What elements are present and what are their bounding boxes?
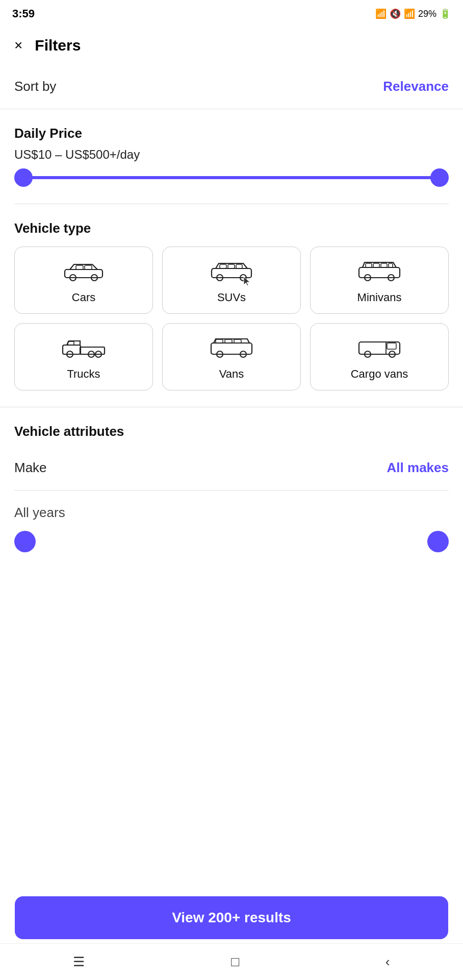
- svg-rect-14: [366, 263, 372, 267]
- battery-icon: 🔋: [440, 8, 451, 19]
- sort-by-label: Sort by: [14, 79, 56, 94]
- svg-rect-10: [236, 264, 242, 268]
- vehicle-type-grid: Cars SUVs: [14, 247, 449, 390]
- cargo-vans-label: Cargo vans: [351, 368, 408, 381]
- status-bar: 3:59 📶 🔇 📶 29% 🔋: [0, 0, 463, 27]
- truck-icon: [61, 335, 107, 361]
- vehicle-type-title: Vehicle type: [14, 220, 449, 236]
- page-title: Filters: [35, 37, 81, 54]
- svg-rect-8: [220, 264, 226, 268]
- view-results-button[interactable]: View 200+ results: [15, 896, 448, 939]
- year-sliders-preview[interactable]: [14, 531, 449, 552]
- van-icon: [209, 335, 254, 361]
- svg-rect-31: [387, 343, 396, 349]
- vehicle-attributes-title: Vehicle attributes: [14, 424, 449, 439]
- bluetooth-icon: 📶: [375, 8, 387, 19]
- sort-by-row[interactable]: Sort by Relevance: [0, 64, 463, 109]
- year-row[interactable]: All years: [14, 491, 449, 552]
- year-label: All years: [14, 505, 449, 521]
- year-thumb-left[interactable]: [14, 531, 36, 552]
- close-icon[interactable]: ×: [14, 38, 22, 53]
- header: × Filters: [0, 27, 463, 64]
- wifi-icon: 📶: [404, 8, 415, 19]
- nav-menu-icon[interactable]: ☰: [73, 954, 85, 970]
- vehicle-card-minivans[interactable]: Minivans: [310, 247, 449, 314]
- trucks-label: Trucks: [67, 368, 100, 381]
- suv-icon: [209, 258, 254, 285]
- status-icons: 📶 🔇 📶 29% 🔋: [375, 8, 451, 19]
- price-slider-fill: [21, 176, 442, 179]
- year-thumb-right[interactable]: [427, 531, 449, 552]
- make-label: Make: [14, 460, 47, 476]
- make-row[interactable]: Make All makes: [14, 446, 449, 491]
- vehicle-attributes-section: Vehicle attributes Make All makes All ye…: [0, 407, 463, 552]
- price-range-text: US$10 – US$500+/day: [14, 148, 449, 162]
- nav-back-icon[interactable]: ‹: [385, 954, 390, 970]
- vehicle-card-vans[interactable]: Vans: [162, 323, 301, 390]
- svg-rect-15: [373, 263, 379, 267]
- sort-by-value[interactable]: Relevance: [383, 79, 449, 94]
- daily-price-title: Daily Price: [14, 126, 449, 141]
- cars-label: Cars: [72, 291, 95, 304]
- minivans-label: Minivans: [357, 291, 402, 304]
- svg-rect-9: [228, 264, 235, 268]
- nav-home-icon[interactable]: □: [231, 954, 239, 970]
- price-slider-thumb-left[interactable]: [14, 168, 33, 187]
- svg-rect-18: [63, 345, 81, 354]
- cargo-van-icon: [356, 335, 402, 361]
- svg-rect-3: [76, 265, 83, 270]
- status-time: 3:59: [12, 7, 35, 20]
- price-slider-container[interactable]: [14, 176, 449, 204]
- svg-rect-4: [85, 265, 92, 270]
- daily-price-section: Daily Price US$10 – US$500+/day: [0, 109, 463, 204]
- bottom-nav: ☰ □ ‹: [0, 943, 463, 980]
- price-slider-thumb-right[interactable]: [430, 168, 449, 187]
- minivan-icon: [356, 258, 402, 285]
- battery-text: 29%: [418, 9, 436, 19]
- vehicle-type-section: Vehicle type Cars: [0, 204, 463, 390]
- suvs-label: SUVs: [217, 291, 246, 304]
- vans-label: Vans: [219, 368, 244, 381]
- vehicle-card-trucks[interactable]: Trucks: [14, 323, 153, 390]
- vehicle-card-cars[interactable]: Cars: [14, 247, 153, 314]
- vehicle-card-suvs[interactable]: SUVs: [162, 247, 301, 314]
- vehicle-card-cargo-vans[interactable]: Cargo vans: [310, 323, 449, 390]
- svg-rect-17: [389, 263, 393, 267]
- price-slider-track[interactable]: [21, 176, 442, 179]
- car-icon: [61, 258, 107, 285]
- svg-rect-16: [381, 263, 387, 267]
- mute-icon: 🔇: [390, 8, 401, 19]
- make-value[interactable]: All makes: [387, 460, 449, 476]
